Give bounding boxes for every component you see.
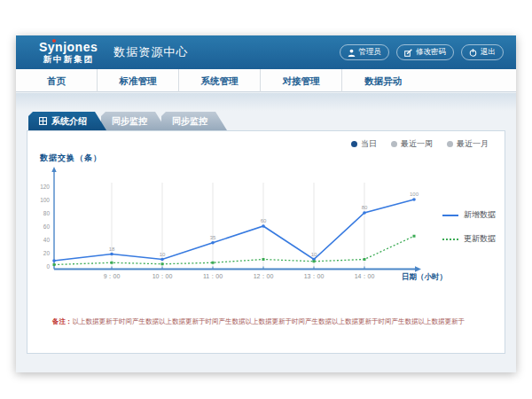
svg-text:80: 80	[43, 210, 51, 216]
header-actions: 管理员 修改密码 退出	[340, 44, 505, 60]
app-window: Synjones 新中新集团 数据资源中心 管理员 修改密码 退出	[16, 35, 516, 372]
radio-last-month[interactable]: 最近一月	[447, 138, 489, 150]
tab-system-intro[interactable]: 系统介绍	[28, 112, 106, 130]
svg-text:9：00: 9：00	[104, 273, 121, 279]
svg-text:60: 60	[261, 218, 267, 223]
svg-text:12：00: 12：00	[254, 273, 274, 279]
radio-label: 最近一周	[401, 138, 433, 150]
tab-sync-monitor-2[interactable]: 同步监控	[161, 112, 227, 130]
logo-text: Synjones	[39, 41, 98, 53]
nav-item-data-change[interactable]: 数据异动	[342, 69, 424, 92]
svg-text:80: 80	[362, 205, 368, 210]
radio-label: 当日	[361, 138, 377, 150]
svg-text:日期（小时）: 日期（小时）	[402, 272, 447, 281]
series-legend: 新增数据 更新数据	[442, 209, 496, 245]
svg-text:20: 20	[43, 250, 51, 256]
user-icon	[348, 49, 356, 57]
tab-bar: 系统介绍 同步监控 同步监控	[28, 112, 227, 130]
main-nav: 首页 标准管理 系统管理 对接管理 数据异动	[16, 69, 516, 92]
logout-label: 退出	[481, 47, 496, 58]
radio-dot-icon	[447, 141, 453, 147]
svg-text:13：00: 13：00	[304, 273, 325, 279]
y-axis-title: 数据交换（条）	[40, 153, 102, 164]
nav-item-home[interactable]: 首页	[16, 69, 98, 92]
time-range-selector: 当日 最近一周 最近一月	[351, 138, 489, 150]
svg-text:100: 100	[410, 192, 419, 197]
grid-icon	[39, 117, 47, 125]
nav-shadow-band	[16, 93, 516, 111]
radio-label: 最近一月	[457, 138, 489, 150]
svg-text:60: 60	[43, 223, 51, 230]
svg-text:10: 10	[311, 252, 317, 257]
edit-icon	[404, 49, 412, 57]
svg-text:11：00: 11：00	[203, 273, 223, 279]
change-password-button[interactable]: 修改密码	[396, 44, 454, 60]
svg-text:14：00: 14：00	[355, 273, 375, 279]
legend-updated-data[interactable]: 更新数据	[442, 233, 496, 245]
change-password-label: 修改密码	[416, 47, 446, 58]
admin-user-button[interactable]: 管理员	[340, 44, 390, 60]
line-chart: 0204060801001209：0010：0011：0012：0013：001…	[31, 165, 453, 298]
tab-label: 同步监控	[172, 115, 207, 128]
legend-new-data[interactable]: 新增数据	[442, 209, 496, 221]
nav-item-system-mgmt[interactable]: 系统管理	[179, 69, 261, 92]
app-title: 数据资源中心	[113, 44, 188, 60]
logo: Synjones 新中新集团	[39, 41, 98, 64]
nav-item-interface-mgmt[interactable]: 对接管理	[261, 69, 342, 92]
admin-user-label: 管理员	[359, 47, 382, 58]
svg-text:0: 0	[46, 263, 50, 270]
radio-today[interactable]: 当日	[351, 138, 377, 150]
logo-subtext: 新中新集团	[39, 55, 98, 64]
logout-button[interactable]: 退出	[461, 44, 504, 60]
legend-label: 更新数据	[464, 233, 496, 245]
screenshot-canvas: Synjones 新中新集团 数据资源中心 管理员 修改密码 退出	[0, 0, 532, 399]
svg-text:35: 35	[210, 235, 216, 240]
nav-item-standard-mgmt[interactable]: 标准管理	[98, 69, 179, 92]
tab-sync-monitor-1[interactable]: 同步监控	[101, 112, 167, 130]
note-text: 以上数据更新于时间产生数据以上数据更新于时间产生数据以上数据更新于时间产生数据以…	[73, 317, 466, 325]
radio-dot-icon	[391, 141, 397, 147]
tab-label: 系统介绍	[51, 115, 87, 128]
svg-text:120: 120	[40, 184, 50, 190]
radio-last-week[interactable]: 最近一周	[391, 138, 433, 150]
radio-dot-selected-icon	[351, 141, 357, 147]
svg-text:100: 100	[40, 197, 50, 203]
legend-label: 新增数据	[464, 209, 496, 221]
dotted-line-icon	[442, 239, 458, 240]
svg-text:40: 40	[43, 237, 51, 243]
footer-note: 备注：以上数据更新于时间产生数据以上数据更新于时间产生数据以上数据更新于时间产生…	[52, 317, 478, 327]
power-icon	[469, 49, 477, 57]
svg-text:10: 10	[160, 252, 166, 257]
note-prefix: 备注：	[52, 317, 73, 325]
app-header: Synjones 新中新集团 数据资源中心 管理员 修改密码 退出	[16, 35, 516, 69]
tab-label: 同步监控	[112, 115, 147, 128]
svg-text:18: 18	[109, 246, 115, 252]
solid-line-icon	[442, 215, 458, 216]
svg-text:10：00: 10：00	[153, 273, 173, 279]
content-card: 当日 最近一周 最近一月 数据交换（条） 0204060801001209：00…	[27, 130, 505, 354]
